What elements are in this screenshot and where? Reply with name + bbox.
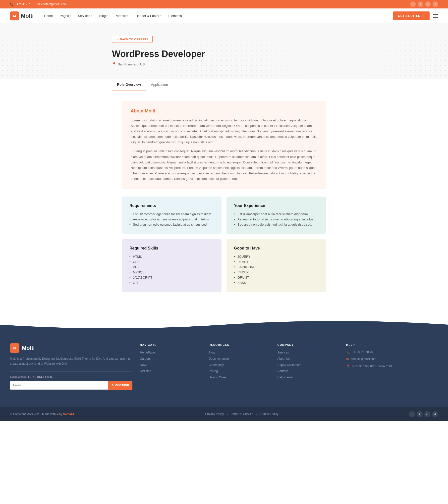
heart-icon: ♥ bbox=[56, 412, 58, 416]
list-item: REDUX bbox=[234, 270, 319, 275]
newsletter-form: SUBSCRIBE bbox=[10, 381, 132, 390]
top-bar: 📞 +1 234 567 8 ✉ contact@molti.com f t i… bbox=[0, 0, 448, 8]
mail-icon: ✉ bbox=[346, 357, 349, 361]
logo-text: Molti bbox=[21, 13, 34, 19]
email-contact: ✉ contact@molti.com bbox=[37, 2, 66, 6]
required-skills-list: HTML CSS PHP MYSQL JAVASCRIPT GIT bbox=[129, 254, 214, 285]
footer-nav-careers: Careers bbox=[140, 356, 201, 360]
list-item: Sed arcu non odio euismod lacinia at qui… bbox=[129, 222, 214, 227]
footer-instagram-icon[interactable]: in bbox=[424, 411, 430, 417]
portfolio-chevron: ▾ bbox=[127, 15, 128, 17]
page-title: WordPress Developer bbox=[112, 49, 336, 59]
list-item: JAVASCRIPT bbox=[129, 275, 214, 280]
tab-role-overview[interactable]: Role Overview bbox=[112, 79, 146, 91]
footer-twitter-icon[interactable]: t bbox=[417, 411, 423, 417]
footer-navigate-heading: NAVIGATE bbox=[140, 343, 201, 346]
privacy-policy-link[interactable]: Privacy Policy bbox=[205, 412, 224, 416]
nav-header-footer[interactable]: Header & Footer ▾ bbox=[132, 12, 164, 20]
footer-resources: RESOURCES Blog Documentation Community P… bbox=[209, 343, 270, 390]
main-nav: M Molti Home Pages ▾ Services ▾ Blog ▾ P… bbox=[0, 8, 448, 23]
logo[interactable]: M Molti bbox=[10, 11, 34, 20]
tab-application[interactable]: Application bbox=[146, 79, 173, 91]
phone-contact: 📞 +1 234 567 8 bbox=[10, 2, 32, 6]
get-started-button[interactable]: GET STARTED → bbox=[393, 11, 430, 20]
list-item: JQUERY bbox=[234, 254, 319, 259]
list-item: Sed arcu non odio euismod lacinia at qui… bbox=[234, 222, 319, 227]
tabs-bar: Role Overview Application bbox=[0, 79, 448, 91]
footer-co-about: About Us bbox=[278, 356, 339, 360]
footer-bottom-links: Privacy Policy - Terms of Service - Cook… bbox=[205, 412, 279, 416]
required-skills-heading: Required Skills bbox=[129, 246, 214, 251]
twitter-icon[interactable]: t bbox=[418, 1, 423, 7]
footer-res-design-case: Design Case bbox=[209, 375, 270, 379]
nav-portfolio[interactable]: Portfolio ▾ bbox=[112, 12, 132, 20]
nav-blog[interactable]: Blog ▾ bbox=[96, 12, 111, 20]
footer-help-heading: HELP bbox=[346, 343, 438, 346]
blog-chevron: ▾ bbox=[107, 15, 108, 17]
services-chevron: ▾ bbox=[91, 15, 92, 17]
footer-navigate: NAVIGATE HomePage Careers News Affiliate… bbox=[140, 343, 201, 390]
footer-dribbble-icon[interactable]: d bbox=[432, 411, 438, 417]
footer-help-phone: 📞 +49 892 358 75 bbox=[346, 350, 438, 354]
footer-co-portfolio: Portfolio bbox=[278, 369, 339, 373]
footer-navigate-list: HomePage Careers News Affiliates bbox=[140, 350, 201, 373]
footer-grid: M Molti Molti is a Professionally Design… bbox=[10, 343, 438, 390]
list-item: PHP bbox=[129, 264, 214, 270]
instagram-icon[interactable]: in bbox=[425, 1, 431, 7]
nav-services[interactable]: Services ▾ bbox=[75, 12, 95, 20]
footer-co-services: Services bbox=[278, 350, 339, 354]
about-heading: About Molti bbox=[131, 108, 317, 114]
list-item: Aenean et tortor at risus viverra adipis… bbox=[234, 217, 319, 222]
list-item: BACKBONE bbox=[234, 264, 319, 270]
top-bar-socials: f t in d bbox=[410, 1, 438, 7]
requirements-card: Requirements Est ullamcorper eget nulla … bbox=[122, 197, 222, 234]
skills-row: Required Skills HTML CSS PHP MYSQL JAVAS… bbox=[122, 239, 326, 292]
email-icon: ✉ bbox=[37, 2, 40, 6]
footer-divider bbox=[10, 371, 132, 372]
nav-elements[interactable]: Elements bbox=[166, 12, 185, 20]
top-bar-contact: 📞 +1 234 567 8 ✉ contact@molti.com bbox=[10, 2, 67, 6]
phone-icon: 📞 bbox=[346, 351, 350, 354]
list-item: MYSQL bbox=[129, 270, 214, 275]
list-item: HTML bbox=[129, 254, 214, 259]
nav-home[interactable]: Home bbox=[41, 12, 56, 20]
page-header: ← BACK TO CAREERS WordPress Developer 📍 … bbox=[0, 23, 448, 79]
footer-brand: M Molti Molti is a Professionally Design… bbox=[10, 343, 132, 390]
footer-nav-affiliates: Affiliates bbox=[140, 369, 201, 373]
footer-logo-icon: M bbox=[10, 343, 19, 353]
about-card: About Molti Lorem ipsum dolor sit amet, … bbox=[122, 101, 326, 189]
terms-of-service-link[interactable]: Terms of Service bbox=[231, 412, 253, 416]
footer-main: M Molti Molti is a Professionally Design… bbox=[0, 331, 448, 407]
footer-logo[interactable]: M Molti bbox=[10, 343, 132, 353]
footer-bottom-socials: f t in d bbox=[409, 411, 438, 417]
list-item: Aenean et tortor at risus viverra adipis… bbox=[129, 217, 214, 222]
map-icon: 📍 bbox=[346, 364, 350, 368]
back-to-careers-button[interactable]: ← BACK TO CAREERS bbox=[112, 36, 153, 43]
about-heading-highlight: Molti bbox=[145, 108, 155, 113]
list-item: Est ullamcorper eget nulla facilisi etia… bbox=[234, 211, 319, 217]
page-location: 📍 San Fransisco, US bbox=[112, 62, 336, 66]
newsletter-email-input[interactable] bbox=[10, 381, 108, 390]
required-skills-card: Required Skills HTML CSS PHP MYSQL JAVAS… bbox=[122, 239, 222, 292]
footer-company-heading: COMPANY bbox=[278, 343, 339, 346]
facebook-icon[interactable]: f bbox=[410, 1, 416, 7]
phone-icon: 📞 bbox=[10, 2, 14, 6]
footer-co-help-center: Help Center bbox=[278, 375, 339, 379]
footer-facebook-icon[interactable]: f bbox=[409, 411, 415, 417]
footer-help-email: ✉ contact@molti.com bbox=[346, 357, 438, 361]
cookie-policy-link[interactable]: Cookie Policy bbox=[260, 412, 279, 416]
footer-company-list: Services About Us Happy Customers Portfo… bbox=[278, 350, 339, 379]
list-item: CSS bbox=[129, 259, 214, 264]
requirements-experience-row: Requirements Est ullamcorper eget nulla … bbox=[122, 197, 326, 234]
dribbble-icon[interactable]: d bbox=[433, 1, 438, 7]
hamburger-menu[interactable] bbox=[433, 14, 438, 18]
nav-pages[interactable]: Pages ▾ bbox=[57, 12, 74, 20]
list-item: GRUNT bbox=[234, 275, 319, 280]
footer-nav-homepage: HomePage bbox=[140, 350, 201, 354]
footer-nav-news: News bbox=[140, 363, 201, 367]
header-footer-chevron: ▾ bbox=[160, 15, 162, 17]
newsletter-subscribe-button[interactable]: SUBSCRIBE bbox=[108, 381, 132, 390]
location-icon: 📍 bbox=[112, 62, 116, 66]
logo-icon: M bbox=[10, 11, 19, 20]
about-paragraph-1: Lorem ipsum dolor sit amet, consectetur … bbox=[131, 118, 317, 145]
